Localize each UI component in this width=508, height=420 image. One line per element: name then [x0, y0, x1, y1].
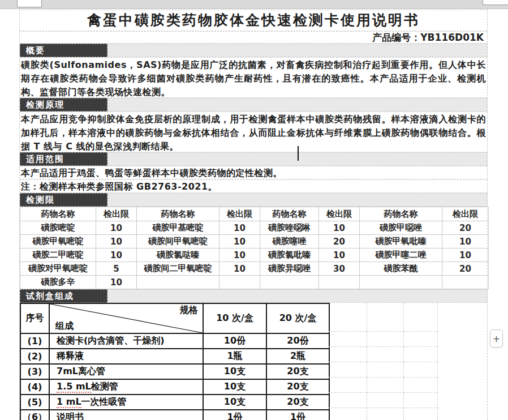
limit-value-cell: 10: [96, 276, 137, 289]
kit-item-name: 7mL离心管: [49, 364, 203, 379]
kit-item-name: 1 mL一次性吸管: [49, 395, 203, 410]
section-heading-summary: 概要: [20, 44, 487, 57]
section-heading-kit: 试剂盒组成: [20, 289, 487, 303]
section-heading-scope: 适用范围: [20, 152, 487, 166]
section-heading-label: 检测原理: [20, 98, 107, 112]
kit-composition-table: 序号 规格 组成 10 次/盒 20 次/盒 (1)检测卡(内含滴管、干燥剂)1…: [20, 303, 330, 420]
kit-row-number: (1): [20, 333, 49, 349]
kit-data-row: (4)1.5 mL检测管10支20支: [20, 379, 329, 395]
kit-header-row: 序号 规格 组成 10 次/盒 20 次/盒: [20, 303, 329, 333]
limit-value-cell: 20: [442, 221, 489, 235]
hidden-cell: [329, 393, 367, 408]
kit-data-row: (2)稀释液1瓶2瓶: [20, 349, 329, 364]
limits-data-row: 磺胺二甲嘧啶10磺胺氯哒嗪10磺胺氯吡嗪10磺胺甲噻二唑10: [20, 248, 489, 262]
kit-qty-10: 10支: [203, 395, 266, 410]
hidden-cell: [367, 408, 404, 420]
hidden-cell: [329, 347, 367, 362]
kit-qty-20: 20支: [266, 364, 329, 379]
drug-name-cell: 磺胺喹噁啉: [260, 221, 319, 235]
page-gap: [0, 0, 508, 9]
kit-qty-20: 20支: [266, 379, 329, 395]
section-heading-label: 检测限: [20, 193, 107, 207]
hidden-cell: [329, 332, 367, 347]
summary-paragraph: 磺胺类(Sulfonamides，SAS)药物是应用广泛的抗菌素，对畜禽疾病控制…: [20, 57, 487, 98]
limit-value-cell: 10: [219, 235, 260, 248]
spellcheck-underline: 1 mL: [57, 396, 81, 408]
limits-header-cell: 检出限: [319, 207, 360, 221]
drug-name-cell: 磺胺甲噁唑: [360, 221, 442, 235]
drug-name-cell: 磺胺间二甲氧嘧啶: [137, 262, 219, 276]
hidden-cell: [329, 303, 367, 332]
limits-header-cell: 药物名称: [360, 207, 442, 221]
hidden-cell: [367, 303, 404, 332]
kit-data-row: (3)7mL离心管10支20支: [20, 364, 329, 379]
limits-header-cell: 检出限: [96, 207, 137, 221]
limit-value-cell: 10: [219, 262, 260, 276]
limit-value-cell: 5: [96, 262, 137, 276]
limits-header-cell: 药物名称: [260, 207, 319, 221]
limits-header-cell: 药物名称: [137, 207, 219, 221]
section-heading-strip: [107, 193, 487, 207]
limit-value-cell: [219, 276, 260, 289]
limit-value-cell: [319, 276, 360, 289]
previous-page-fragment: [483, 0, 508, 5]
kit-qty-10: 1瓶: [203, 349, 266, 364]
hidden-cell: [367, 378, 404, 393]
drug-name-cell: 磺胺噻唑: [260, 235, 319, 248]
drug-name-cell: 磺胺甲氧吡嗪: [360, 235, 442, 248]
kit-item-name: 说明书: [49, 410, 203, 420]
hidden-cell: [329, 362, 367, 378]
kit-row-number: （6）: [20, 410, 49, 420]
limits-data-row: 磺胺多辛10: [20, 276, 489, 289]
drug-name-cell: 磺胺对甲氧嘧啶: [20, 262, 96, 276]
detection-limits-table: 药物名称检出限药物名称检出限药物名称检出限药物名称检出限磺胺嘧啶10磺胺甲基嘧啶…: [20, 207, 489, 289]
text-cursor: [298, 146, 299, 161]
hidden-cell: [404, 378, 438, 393]
section-heading-label: 试剂盒组成: [20, 289, 107, 303]
drug-name-cell: 磺胺间甲氧嘧啶: [137, 235, 219, 248]
kit-diagonal-header-cell: 规格 组成: [49, 303, 203, 333]
limits-data-row: 磺胺甲氧嘧啶10磺胺间甲氧嘧啶10磺胺噻唑20磺胺甲氧吡嗪10: [20, 235, 489, 248]
kit-spec20-header: 20 次/盒: [266, 303, 329, 333]
section-heading-principle: 检测原理: [20, 98, 487, 112]
scope-text: 本产品适用于鸡蛋、鸭蛋等鲜蛋样本中磺胺类药物的定性检测。: [20, 166, 487, 179]
word-processor-page: { "page": { "title": "禽蛋中磺胺类药物胶体金快速检测卡使用…: [0, 0, 508, 420]
drug-name-cell: 磺胺甲氧嘧啶: [20, 235, 96, 248]
limit-value-cell: 10: [96, 221, 137, 235]
limit-value-cell: 10: [96, 235, 137, 248]
hidden-cell: [404, 393, 438, 408]
kit-data-row: （6）说明书1份1份: [20, 410, 329, 420]
limit-value-cell: 10: [319, 248, 360, 262]
add-button[interactable]: +: [490, 329, 503, 348]
kit-qty-20: 20份: [266, 333, 329, 349]
limit-value-cell: 10: [442, 248, 489, 262]
hidden-cell: [404, 332, 438, 347]
document-body: 禽蛋中磺胺类药物胶体金快速检测卡使用说明书 产品编号：YB116D01K 概要 …: [19, 10, 488, 420]
spellcheck-underline: 1.5 mL: [57, 381, 91, 393]
kit-qty-10: 10支: [203, 364, 266, 379]
kit-item-name: 检测卡(内含滴管、干燥剂): [49, 333, 203, 349]
scope-note: 注：检测样本种类参照国标 GB2763-2021。: [20, 179, 487, 193]
limits-data-row: 磺胺对甲氧嘧啶5磺胺间二甲氧嘧啶10磺胺异噁唑30磺胺苯酰20: [20, 262, 489, 276]
kit-data-row: (5)1 mL一次性吸管10支20支: [20, 395, 329, 410]
section-heading-strip: [107, 44, 487, 57]
hidden-cell: [329, 408, 367, 420]
limits-header-cell: 检出限: [442, 207, 489, 221]
document-title: 禽蛋中磺胺类药物胶体金快速检测卡使用说明书: [20, 10, 487, 31]
section-heading-label: 概要: [20, 44, 107, 57]
kit-row-number: (4): [20, 379, 49, 395]
hidden-cell: [367, 347, 404, 362]
kit-qty-20: 2瓶: [266, 349, 329, 364]
limit-value-cell: [442, 276, 489, 289]
kit-qty-20: 1份: [266, 410, 329, 420]
kit-composition-corner-label: 组成: [55, 320, 74, 332]
drug-name-cell: 磺胺二甲嘧啶: [20, 248, 96, 262]
drug-name-cell: 磺胺氯哒嗪: [137, 248, 219, 262]
kit-row-number: (2): [20, 349, 49, 364]
limit-value-cell: 10: [442, 235, 489, 248]
drug-name-cell: 磺胺多辛: [20, 276, 96, 289]
hidden-cell: [367, 393, 404, 408]
limits-header-row: 药物名称检出限药物名称检出限药物名称检出限药物名称检出限: [20, 207, 489, 221]
kit-item-name: 1.5 mL检测管: [49, 379, 203, 395]
kit-qty-10: 1份: [203, 410, 266, 420]
